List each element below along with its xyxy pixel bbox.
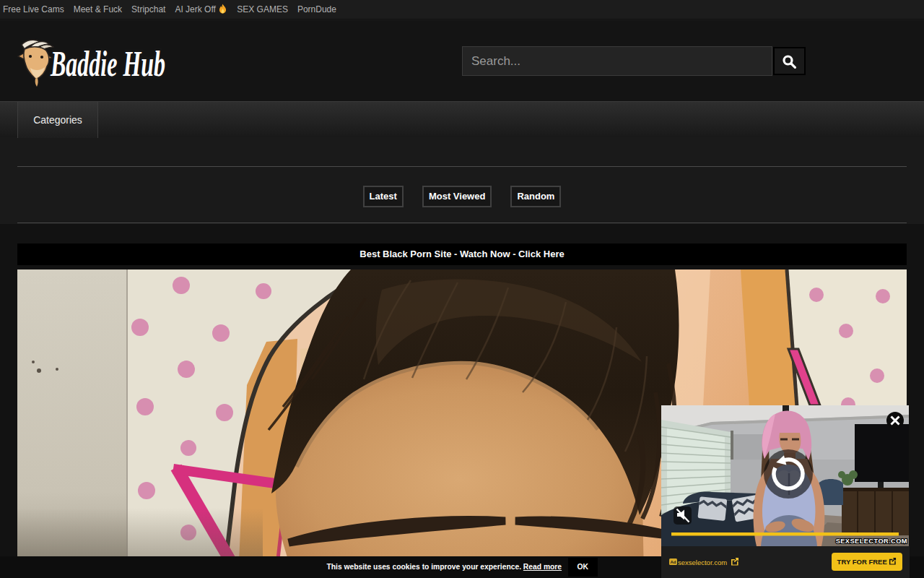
svg-text:Baddie Hub: Baddie Hub xyxy=(50,44,165,84)
svg-text:SEXSELECTOR.COM: SEXSELECTOR.COM xyxy=(836,538,907,545)
